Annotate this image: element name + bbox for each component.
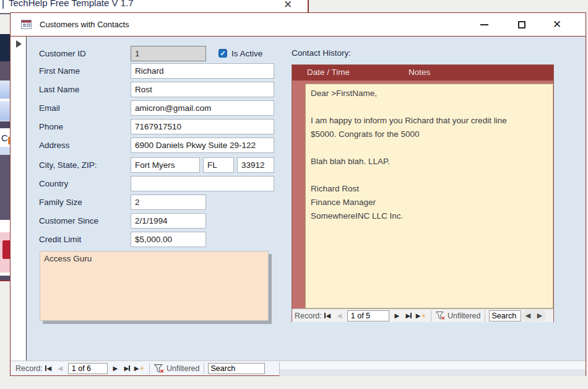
filter-state-label: Unfiltered [166,364,200,373]
last-record-icon[interactable]: ▶ [404,311,413,321]
customer-id-field[interactable]: 1 [131,46,206,61]
record-label: Record: [295,312,322,320]
record-selector-bar[interactable] [11,37,27,361]
close-icon: ✕ [553,19,561,30]
note-line [311,141,548,155]
main-record-navigator: Record: ◀ ◀ 1 of 6 ▶ ▶ ▶✳ Unfiltered Sea… [11,361,586,375]
record-selector-arrow-icon [16,40,22,48]
state-input[interactable]: FL [203,157,234,173]
country-label: Country [39,179,68,188]
background-button-fragment-1 [0,81,11,98]
background-window-titlebar-edge [0,13,11,14]
first-name-label: First Name [39,66,80,76]
zip-input[interactable]: 33912 [237,157,274,173]
note-line: Richard Rost [311,182,548,196]
first-name-input[interactable]: Richard [131,63,274,79]
background-window-border [308,0,309,13]
filter-toggle-button[interactable]: Unfiltered [153,364,200,374]
subform-record-navigator: Record: ◀ ◀ 1 of 5 ▶ ▶ ▶✳ Unfiltered Sea… [292,308,553,322]
background-window-bottom-border [0,280,11,281]
contact-history-label: Contact History: [292,48,351,58]
nav-separator [149,363,150,374]
previous-record-icon[interactable]: ◀ [56,364,65,374]
contact-history-subform: Date / Time Notes Dear >FirstName, I am … [292,64,554,322]
customer-since-input[interactable]: 2/1/1994 [131,213,206,229]
record-position-input[interactable]: 1 of 6 [68,363,108,374]
city-input[interactable]: Fort Myers [131,157,200,173]
customer-since-label: Customer Since [39,216,98,225]
notes-column-header[interactable]: Notes [409,68,430,77]
scroll-left-icon[interactable]: ◀ [525,312,530,320]
family-size-label: Family Size [39,198,82,207]
background-panel-navy [0,34,11,61]
email-input[interactable]: amicron@gmail.com [131,100,274,116]
filter-state-label: Unfiltered [447,312,481,320]
note-line: $5000. Congrats for the 5000 [311,128,548,141]
record-label: Record: [15,364,43,373]
city-state-zip-label: City, State, ZIP: [39,160,97,170]
filter-funnel-icon [153,364,165,374]
credit-limit-input[interactable]: $5,000.00 [131,232,206,247]
address-label: Address [39,141,70,150]
note-line: Blah blah blah. LLAP. [311,155,548,168]
background-panel-purple [0,155,11,220]
country-input[interactable] [131,176,274,191]
next-record-icon[interactable]: ▶ [392,311,402,321]
nav-separator [431,310,431,321]
new-record-icon[interactable]: ▶✳ [416,311,426,321]
note-line [311,168,548,182]
phone-input[interactable]: 7167917510 [131,119,274,134]
contact-notes-input[interactable]: Dear >FirstName, I am happy to inform yo… [305,84,553,308]
background-strip-dark-2 [0,276,11,280]
dialog-title: Customers with Contacts [40,20,129,29]
filter-toggle-button[interactable]: Unfiltered [435,311,481,320]
subform-horizontal-scrollbar[interactable]: ◀ ▶ [522,310,546,321]
background-panel-purple-gray [0,61,11,81]
datetime-column-header[interactable]: Date / Time [307,68,350,77]
new-record-icon[interactable]: ▶✳ [134,364,144,374]
note-line: Finance Manager [311,196,548,209]
last-name-input[interactable]: Rost [131,82,274,97]
customer-notes-input[interactable]: Access Guru [40,251,269,321]
nav-separator [485,310,485,321]
subform-header-row: Date / Time Notes [292,65,553,81]
close-button[interactable]: ✕ [544,16,570,33]
note-line: Dear >FirstName, [311,87,548,100]
form-icon [21,20,32,32]
minimize-button[interactable] [471,16,497,33]
background-strip-dark [0,121,11,128]
background-strip-blue [0,147,11,155]
first-record-icon[interactable]: ◀ [323,311,332,321]
previous-record-icon[interactable]: ◀ [335,311,344,321]
note-line: SomewhereINC LLC Inc. [311,209,548,223]
scrollbar-track [280,369,586,376]
record-position-input[interactable]: 1 of 5 [347,310,389,321]
first-record-icon[interactable]: ◀ [44,364,53,374]
scrollbar-track [280,362,586,369]
email-label: Email [39,103,60,113]
is-active-label: Is Active [231,49,262,58]
horizontal-scrollbar[interactable] [279,362,586,376]
is-active-checkbox[interactable]: ✓ [218,49,227,58]
search-input[interactable]: Search [489,310,521,321]
background-window-titlebar: TechHelp Free Template V 1.7 ✕ [0,0,308,14]
background-strip-white [0,220,11,232]
background-window-title: TechHelp Free Template V 1.7 [9,0,134,8]
nav-separator [204,363,204,374]
family-size-input[interactable]: 2 [131,194,206,210]
dialog-titlebar: Customers with Contacts ✕ [11,13,586,36]
note-line: I am happy to inform you Richard that yo… [311,114,548,128]
note-line [311,100,548,114]
last-name-label: Last Name [39,85,79,94]
customer-id-label: Customer ID [39,49,86,58]
search-input[interactable]: Search [208,363,265,374]
credit-limit-label: Credit Limit [39,235,81,244]
background-button-fragment-2 [0,100,11,121]
close-icon[interactable]: ✕ [280,0,295,13]
next-record-icon[interactable]: ▶ [111,364,120,374]
form-body: Customer ID 1 ✓ Is Active First Name Ric… [11,37,586,361]
last-record-icon[interactable]: ▶ [123,364,132,374]
scroll-right-icon[interactable]: ▶ [537,312,542,320]
maximize-button[interactable] [509,16,535,33]
address-input[interactable]: 6900 Daniels Pkwy Suite 29-122 [131,138,274,153]
